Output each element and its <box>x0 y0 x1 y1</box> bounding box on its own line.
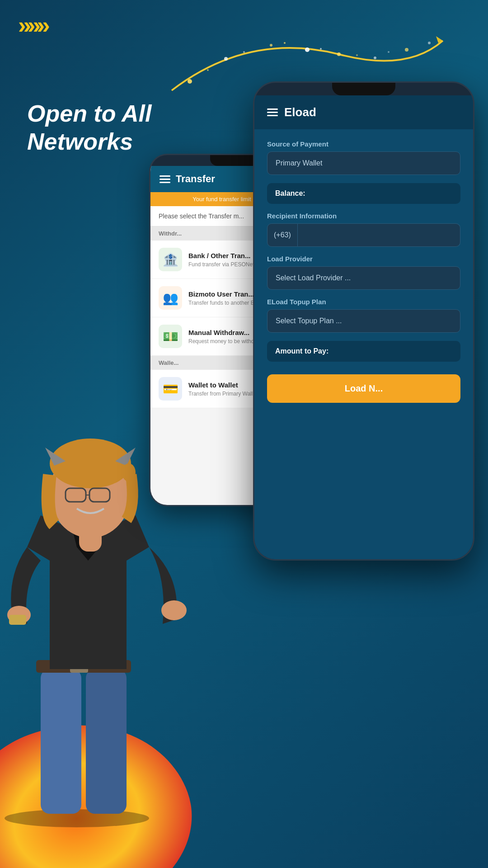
phone-notch-eload <box>332 83 395 95</box>
balance-row: Balance: <box>267 183 460 204</box>
bizmoto-icon: 👥 <box>159 286 182 310</box>
transfer-menu-icon[interactable] <box>160 175 170 183</box>
amount-label: Amount to Pay: <box>275 347 328 355</box>
bizmoto-transfer-text: Bizmoto User Tran... Transfer funds to a… <box>188 290 259 306</box>
phone-prefix: (+63) <box>267 223 298 247</box>
wallet-icon: 💳 <box>159 377 182 401</box>
tagline: Open to All Networks <box>27 99 253 156</box>
transfer-title: Transfer <box>176 173 215 185</box>
svg-rect-29 <box>9 615 26 625</box>
recipient-info-group: Recipient Information (+63) <box>267 212 460 247</box>
svg-point-20 <box>161 600 187 620</box>
svg-point-24 <box>50 439 131 488</box>
wallet-to-wallet-text: Wallet to Wallet Transfer from Primary W… <box>188 381 260 397</box>
bank-icon: 🏦 <box>159 248 182 271</box>
eload-screen: Eload Source of Payment Primary Wallet B… <box>254 95 473 561</box>
eload-header: Eload <box>254 95 473 129</box>
bizmoto-transfer-desc: Transfer funds to another B... <box>188 300 259 306</box>
wallet-to-wallet-title: Wallet to Wallet <box>188 381 260 389</box>
logo-chevrons: »»» <box>18 14 47 37</box>
source-of-payment-group: Source of Payment Primary Wallet <box>267 140 460 175</box>
load-button[interactable]: Load N... <box>267 374 460 403</box>
load-provider-label: Load Provider <box>267 255 460 263</box>
bank-transfer-text: Bank / Other Tran... Fund transfer via P… <box>188 252 258 268</box>
bizmoto-transfer-title: Bizmoto User Tran... <box>188 290 259 298</box>
load-provider-group: Load Provider Select Load Provider ... <box>267 255 460 290</box>
bank-transfer-desc: Fund transfer via PESONet... <box>188 261 258 268</box>
bank-transfer-title: Bank / Other Tran... <box>188 252 258 259</box>
eload-title: Eload <box>284 105 316 119</box>
balance-label: Balance: <box>275 189 305 198</box>
eload-content: Source of Payment Primary Wallet Balance… <box>254 129 473 414</box>
svg-rect-17 <box>86 669 127 814</box>
phone-input-row: (+63) <box>267 223 460 247</box>
topup-plan-group: ELoad Topup Plan Select Topup Plan ... <box>267 298 460 333</box>
source-of-payment-label: Source of Payment <box>267 140 460 148</box>
primary-wallet-field[interactable]: Primary Wallet <box>267 151 460 175</box>
svg-point-28 <box>122 463 136 481</box>
app-logo: »»» <box>18 14 47 37</box>
amount-row: Amount to Pay: <box>267 341 460 362</box>
recipient-info-label: Recipient Information <box>267 212 460 220</box>
eload-phone: Eload Source of Payment Primary Wallet B… <box>253 81 474 561</box>
eload-menu-icon[interactable] <box>267 108 278 116</box>
manual-withdraw-icon: 💵 <box>159 325 182 348</box>
topup-plan-label: ELoad Topup Plan <box>267 298 460 306</box>
phone-number-input[interactable] <box>298 223 460 247</box>
load-provider-field[interactable]: Select Load Provider ... <box>267 266 460 290</box>
svg-rect-16 <box>41 669 81 814</box>
wallet-to-wallet-desc: Transfer from Primary Walle... <box>188 391 260 397</box>
topup-plan-field[interactable]: Select Topup Plan ... <box>267 309 460 333</box>
